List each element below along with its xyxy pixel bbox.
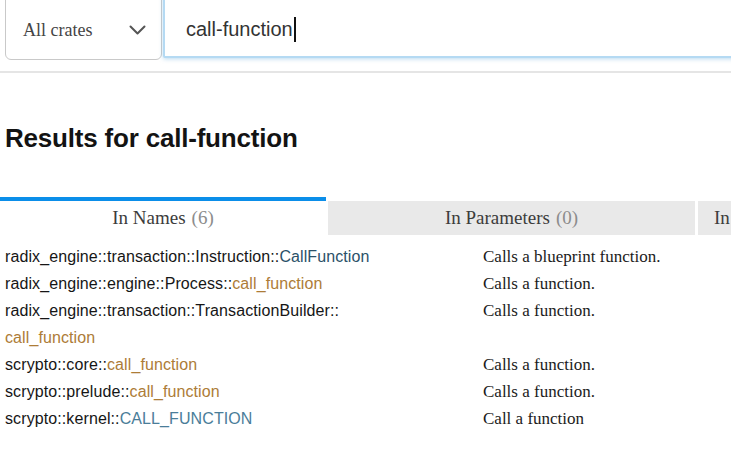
result-path: radix_engine::transaction::TransactionBu…	[5, 302, 339, 319]
tab-label: In Parameters	[445, 207, 550, 229]
result-link[interactable]: scrypto::kernel::CALL_FUNCTION	[5, 405, 483, 432]
result-description: Calls a function.	[483, 351, 731, 378]
search-input-value: call-function	[186, 18, 293, 41]
result-path: scrypto::prelude::	[5, 383, 130, 400]
text-cursor	[294, 17, 296, 42]
result-row: radix_engine::transaction::Instruction::…	[5, 243, 731, 270]
tab-count: (6)	[192, 207, 214, 229]
search-tabs: In Names (6) In Parameters (0) In	[0, 197, 731, 235]
tab-label: In Names	[112, 207, 185, 229]
crate-filter-select[interactable]: All crates	[5, 0, 162, 60]
result-link[interactable]: radix_engine::transaction::Instruction::…	[5, 243, 483, 270]
crate-filter-value: All crates	[23, 20, 92, 41]
result-link[interactable]: scrypto::core::call_function	[5, 351, 483, 378]
result-description: Calls a function.	[483, 297, 731, 351]
results-list: radix_engine::transaction::Instruction::…	[5, 243, 731, 432]
result-description: Calls a function.	[483, 270, 731, 297]
result-name: CALL_FUNCTION	[120, 410, 253, 427]
result-path: radix_engine::transaction::Instruction::	[5, 248, 279, 265]
tab-in-names[interactable]: In Names (6)	[0, 197, 326, 235]
result-row: radix_engine::engine::Process::call_func…	[5, 270, 731, 297]
tab-in-parameters[interactable]: In Parameters (0)	[328, 201, 695, 235]
result-row: scrypto::core::call_function Calls a fun…	[5, 351, 731, 378]
result-link[interactable]: scrypto::prelude::call_function	[5, 378, 483, 405]
search-input[interactable]: call-function	[163, 0, 731, 58]
result-description: Calls a function.	[483, 378, 731, 405]
result-description: Call a function	[483, 405, 731, 432]
result-name: call_function	[232, 275, 322, 292]
tab-count: (0)	[556, 207, 578, 229]
result-name: call_function	[107, 356, 197, 373]
result-path: radix_engine::engine::Process::	[5, 275, 232, 292]
tab-label: In	[714, 207, 730, 229]
result-description: Calls a blueprint function.	[483, 243, 731, 270]
result-link[interactable]: radix_engine::engine::Process::call_func…	[5, 270, 483, 297]
result-link[interactable]: radix_engine::transaction::TransactionBu…	[5, 297, 483, 351]
result-row: scrypto::prelude::call_function Calls a …	[5, 378, 731, 405]
results-heading: Results for call-function	[5, 123, 298, 154]
chevron-down-icon	[129, 25, 146, 36]
result-path: scrypto::kernel::	[5, 410, 120, 427]
divider	[0, 71, 731, 73]
result-row: scrypto::kernel::CALL_FUNCTION Call a fu…	[5, 405, 731, 432]
result-name: call_function	[5, 324, 483, 351]
result-name: CallFunction	[279, 248, 369, 265]
result-name: call_function	[130, 383, 220, 400]
tab-in-return-types[interactable]: In	[698, 201, 731, 235]
result-row: radix_engine::transaction::TransactionBu…	[5, 297, 731, 351]
result-path: scrypto::core::	[5, 356, 107, 373]
